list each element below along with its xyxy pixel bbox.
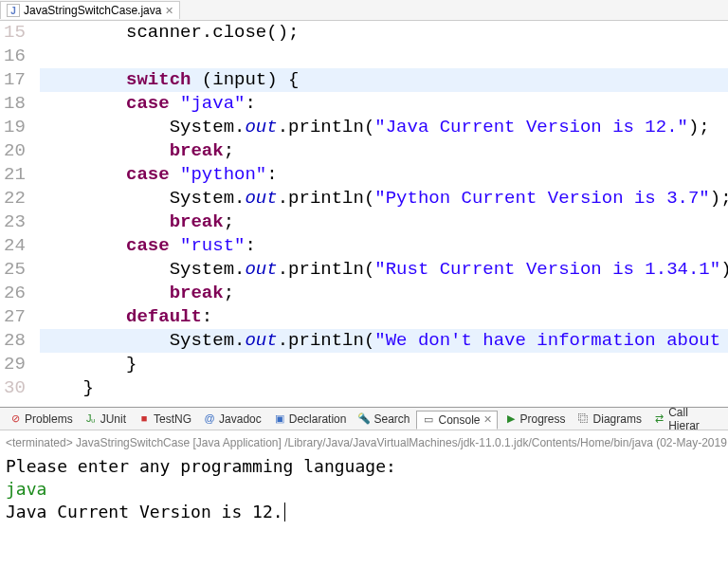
tab-declaration[interactable]: ▣Declaration xyxy=(268,411,352,428)
progress-icon: ▶ xyxy=(504,412,518,426)
close-icon[interactable]: ✕ xyxy=(483,413,492,426)
tab-label: Diagrams xyxy=(593,412,642,426)
line-number: 17 xyxy=(4,68,26,92)
code-line[interactable]: switch (input) { xyxy=(40,68,728,92)
tab-label: Call Hierar xyxy=(668,406,719,432)
tab-label: Problems xyxy=(25,412,73,426)
code-line[interactable]: } xyxy=(40,376,728,400)
code-line[interactable]: System.out.println("We don't have inform… xyxy=(40,329,728,353)
problems-icon: ⊘ xyxy=(9,412,22,426)
text-cursor-icon xyxy=(284,503,285,521)
tab-label: Search xyxy=(373,412,410,426)
line-number: 27 xyxy=(4,305,26,329)
code-line[interactable]: case "python": xyxy=(40,163,728,187)
editor-tab-filename: JavaStringSwitchCase.java xyxy=(24,4,161,17)
tab-label: Declaration xyxy=(289,412,347,426)
code-line[interactable]: scanner.close(); xyxy=(40,21,728,45)
tab-progress[interactable]: ▶Progress xyxy=(500,411,571,428)
console-terminated-line: <terminated> JavaStringSwitchCase [Java … xyxy=(0,430,728,451)
code-line[interactable]: default: xyxy=(40,305,728,329)
close-icon[interactable]: ✕ xyxy=(165,5,173,17)
code-line[interactable]: break; xyxy=(40,282,728,305)
code-line[interactable]: break; xyxy=(40,210,728,234)
search-icon: 🔦 xyxy=(357,412,371,426)
tab-console[interactable]: ▭Console✕ xyxy=(416,411,497,430)
java-file-icon: J xyxy=(7,4,20,17)
callhier-icon: ⇄ xyxy=(653,412,665,426)
editor-tab[interactable]: J JavaStringSwitchCase.java ✕ xyxy=(0,1,180,19)
tab-problems[interactable]: ⊘Problems xyxy=(4,411,78,428)
line-number: 24 xyxy=(4,234,26,258)
diagrams-icon: ⿻ xyxy=(577,412,591,426)
line-number: 28 xyxy=(4,329,26,353)
code-line[interactable] xyxy=(40,45,728,68)
tab-label: Javadoc xyxy=(219,412,262,426)
tab-label: Progress xyxy=(520,412,566,426)
tab-search[interactable]: 🔦Search xyxy=(353,411,414,428)
line-number: 30 xyxy=(4,376,26,400)
code-line[interactable]: case "java": xyxy=(40,92,728,116)
line-number: 19 xyxy=(4,116,26,139)
line-number: 20 xyxy=(4,139,26,163)
code-line[interactable]: case "rust": xyxy=(40,234,728,258)
testng-icon: ■ xyxy=(137,412,151,426)
line-number: 26 xyxy=(4,282,26,305)
line-number: 21 xyxy=(4,163,26,187)
code-content[interactable]: scanner.close(); switch (input) { case "… xyxy=(36,21,728,407)
line-number: 16 xyxy=(4,45,26,68)
console-output: Java Current Version is 12. xyxy=(6,501,722,523)
code-line[interactable]: break; xyxy=(40,139,728,163)
console-icon: ▭ xyxy=(422,413,435,427)
tab-testng[interactable]: ■TestNG xyxy=(133,411,196,428)
line-number-gutter: 15161718192021222324252627282930 xyxy=(0,21,36,407)
junit-icon: Jᵤ xyxy=(84,412,98,426)
code-line[interactable]: System.out.println("Rust Current Version… xyxy=(40,258,728,282)
bottom-view-tabs: ⊘ProblemsJᵤJUnit■TestNG@Javadoc▣Declarat… xyxy=(0,408,728,430)
console-view: <terminated> JavaStringSwitchCase [Java … xyxy=(0,430,728,527)
line-number: 25 xyxy=(4,258,26,282)
console-prompt: Please enter any programming language: xyxy=(6,455,722,478)
code-line[interactable]: } xyxy=(40,353,728,376)
declaration-icon: ▣ xyxy=(273,412,286,426)
tab-javadoc[interactable]: @Javadoc xyxy=(198,411,266,428)
tab-callhier[interactable]: ⇄Call Hierar xyxy=(648,404,724,434)
javadoc-icon: @ xyxy=(203,412,216,426)
line-number: 22 xyxy=(4,187,26,210)
line-number: 15 xyxy=(4,21,26,45)
line-number: 29 xyxy=(4,353,26,376)
code-line[interactable]: System.out.println("Java Current Version… xyxy=(40,116,728,139)
console-user-input: java xyxy=(6,478,722,501)
code-line[interactable]: System.out.println("Python Current Versi… xyxy=(40,187,728,210)
tab-junit[interactable]: JᵤJUnit xyxy=(80,411,131,428)
tab-diagrams[interactable]: ⿻Diagrams xyxy=(573,411,646,428)
editor-tab-bar: J JavaStringSwitchCase.java ✕ xyxy=(0,0,728,21)
line-number: 23 xyxy=(4,210,26,234)
tab-label: Console xyxy=(438,413,480,427)
tab-label: TestNG xyxy=(154,412,191,426)
code-editor[interactable]: 15161718192021222324252627282930 scanner… xyxy=(0,21,728,408)
tab-label: JUnit xyxy=(100,412,126,426)
line-number: 18 xyxy=(4,92,26,116)
